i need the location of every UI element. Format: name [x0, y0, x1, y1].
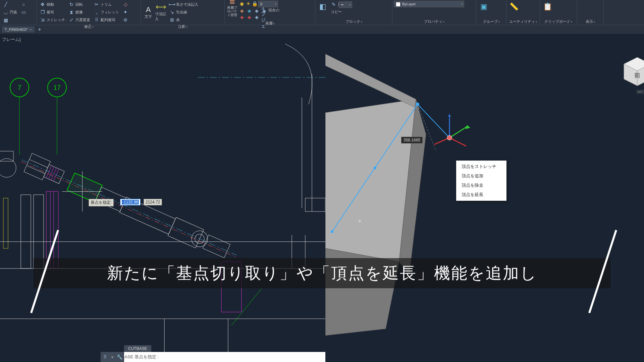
- svg-point-50: [331, 230, 333, 233]
- utility-group-label[interactable]: ユーティリティ: [508, 18, 538, 25]
- layer-a-icon[interactable]: ◈: [239, 8, 245, 14]
- dim-icon: ⟷: [156, 3, 166, 11]
- move-btn[interactable]: ✥移動: [38, 1, 66, 8]
- array-btn[interactable]: ⠿配列複写: [92, 16, 120, 23]
- explode-btn[interactable]: ✦: [121, 8, 130, 16]
- svg-line-13: [26, 166, 45, 174]
- block-group-label[interactable]: ブロック: [317, 18, 391, 25]
- ribbon: ╱ ◡円弧 ○ ▭ ▦ ⬭ ✥移動 ❐複写 ⇲ストレッチ ↻回転 ⧗鏡像 ⤢尺: [0, 0, 644, 25]
- group-icon: ▣: [479, 2, 488, 11]
- file-tab-finished[interactable]: T_FINISHED* ×: [2, 26, 35, 33]
- lock-icon[interactable]: 🔒: [252, 1, 258, 7]
- layers-group-label[interactable]: 画層: [226, 20, 314, 26]
- svg-rect-3: [305, 198, 325, 212]
- lineweight-combo[interactable]: ━: [339, 1, 352, 8]
- offset-btn[interactable]: ⊜: [121, 16, 130, 23]
- viewport-3d[interactable]: ✦ 358.1685 頂点をストレッチ 頂点を追加 頂点を除去 頂点を延長 前 …: [325, 34, 644, 362]
- annotation-group-label[interactable]: 注釈: [142, 23, 223, 30]
- mirror-btn[interactable]: ⧗鏡像: [67, 8, 92, 16]
- layer-g-icon[interactable]: ◈: [254, 14, 260, 20]
- hatch-btn[interactable]: ▦: [1, 16, 10, 24]
- layer-b-icon[interactable]: ◈: [246, 8, 252, 14]
- arc-btn[interactable]: ◡円弧: [1, 8, 18, 16]
- scale-btn[interactable]: ⤢尺度変更: [67, 16, 92, 23]
- viewport-2d[interactable]: フレーム] 7 17: [0, 34, 325, 362]
- ctx-remove[interactable]: 頂点を除去: [456, 181, 506, 190]
- rotate-btn[interactable]: ↻回転: [67, 1, 92, 8]
- erase-btn[interactable]: ◇: [121, 1, 130, 8]
- prompt-box: 基点を指定:: [89, 199, 114, 206]
- close-tab-icon[interactable]: ×: [30, 27, 32, 32]
- line-btn[interactable]: ╱: [1, 1, 18, 8]
- view-group-label[interactable]: 表示: [578, 18, 602, 25]
- clip-icon: 📋: [543, 2, 552, 11]
- ctx-stretch[interactable]: 頂点をストレッチ: [456, 162, 506, 171]
- stretch-icon: ⇲: [40, 17, 46, 23]
- layer-h-icon[interactable]: オブジェ: [261, 14, 267, 20]
- cmd-wrench-icon[interactable]: 🔧: [117, 354, 123, 360]
- clipboard-group-label[interactable]: クリップボード: [541, 18, 575, 25]
- util-btn[interactable]: 📏: [508, 1, 520, 13]
- dim-btn[interactable]: ⟷寸法記入: [155, 6, 167, 18]
- stretch-btn[interactable]: ⇲ストレッチ: [38, 16, 66, 23]
- viewcube[interactable]: 前 南: [617, 51, 644, 91]
- properties-group-label[interactable]: プロパティ: [394, 18, 475, 25]
- file-tab-label: T_FINISHED*: [5, 27, 28, 32]
- length-btn[interactable]: ⟼長さ寸法記入: [168, 1, 200, 8]
- circle-btn[interactable]: ○: [19, 1, 28, 8]
- sun-icon[interactable]: ☀: [245, 1, 251, 7]
- text-btn[interactable]: A文字: [142, 6, 154, 18]
- command-line[interactable]: ▸▾ CUTBASE 基点を指定 :: [101, 352, 325, 362]
- block-copy-btn[interactable]: コピー: [329, 8, 354, 15]
- wcs-label[interactable]: WCS: [636, 89, 644, 95]
- layer-current[interactable]: 現在の: [268, 8, 279, 14]
- vertex-context-menu: 頂点をストレッチ 頂点を追加 頂点を除去 頂点を延長: [456, 161, 506, 201]
- explode-icon: ✦: [122, 9, 128, 15]
- color-combo[interactable]: ByLayer: [394, 1, 464, 7]
- bulb-icon[interactable]: ◉: [239, 1, 245, 7]
- fillet-icon: ◟: [94, 9, 100, 15]
- svg-line-53: [449, 138, 466, 146]
- clip-btn[interactable]: 📋: [541, 1, 553, 13]
- svg-text:7: 7: [17, 84, 21, 91]
- fillet-btn[interactable]: ◟フィレット: [92, 8, 120, 16]
- table-btn[interactable]: ⊞表: [168, 16, 200, 23]
- coord-x-input[interactable]: -1132.96: [120, 199, 141, 205]
- drawing-2d: 7 17: [0, 34, 325, 362]
- leader-btn[interactable]: ↘引出線: [168, 8, 200, 16]
- ctx-add[interactable]: 頂点を追加: [456, 171, 506, 181]
- layer-f-icon[interactable]: ◈: [246, 14, 252, 20]
- move-icon: ✥: [40, 1, 46, 7]
- cmd-handle-icon[interactable]: ⠿: [102, 354, 108, 360]
- svg-point-59: [447, 135, 452, 140]
- group-btn[interactable]: ▣: [478, 1, 490, 13]
- svg-line-55: [449, 126, 468, 138]
- svg-rect-19: [67, 173, 102, 202]
- rect-icon: ▭: [20, 9, 26, 15]
- modify-group-label[interactable]: 修正: [38, 23, 139, 30]
- layer-c-icon[interactable]: ◈: [254, 8, 260, 14]
- trim-btn[interactable]: ✂トリム: [92, 1, 120, 8]
- cmd-close-icon[interactable]: ×: [111, 355, 114, 360]
- layer-e-icon[interactable]: ◈: [239, 14, 245, 20]
- block-btn[interactable]: ◧: [317, 1, 329, 13]
- attr-icon: ✎: [331, 1, 337, 7]
- group-group-label[interactable]: グループ: [478, 18, 505, 25]
- scale-icon: ⤢: [68, 17, 74, 23]
- layer-props-icon: ≣: [227, 0, 237, 6]
- ctx-extend[interactable]: 頂点を延長: [456, 190, 506, 199]
- hatch-icon: ▦: [3, 17, 9, 23]
- svg-marker-44: [325, 54, 419, 109]
- layer-props-btn[interactable]: ≣画層プロパティ管理: [226, 1, 238, 13]
- svg-rect-33: [3, 198, 8, 248]
- svg-text:✦: ✦: [357, 218, 362, 225]
- coord-y-box: 2124.72: [144, 199, 162, 205]
- command-tag: CUTBASE: [124, 345, 151, 352]
- svg-text:前: 前: [634, 72, 640, 79]
- array-icon: ⠿: [94, 17, 100, 23]
- rect-btn[interactable]: ▭: [19, 8, 28, 16]
- copy-btn[interactable]: ❐複写: [38, 8, 66, 16]
- layer-combo[interactable]: 0: [258, 1, 278, 7]
- drawing-area: フレーム] 7 17: [0, 34, 644, 362]
- erase-icon: ◇: [122, 1, 128, 7]
